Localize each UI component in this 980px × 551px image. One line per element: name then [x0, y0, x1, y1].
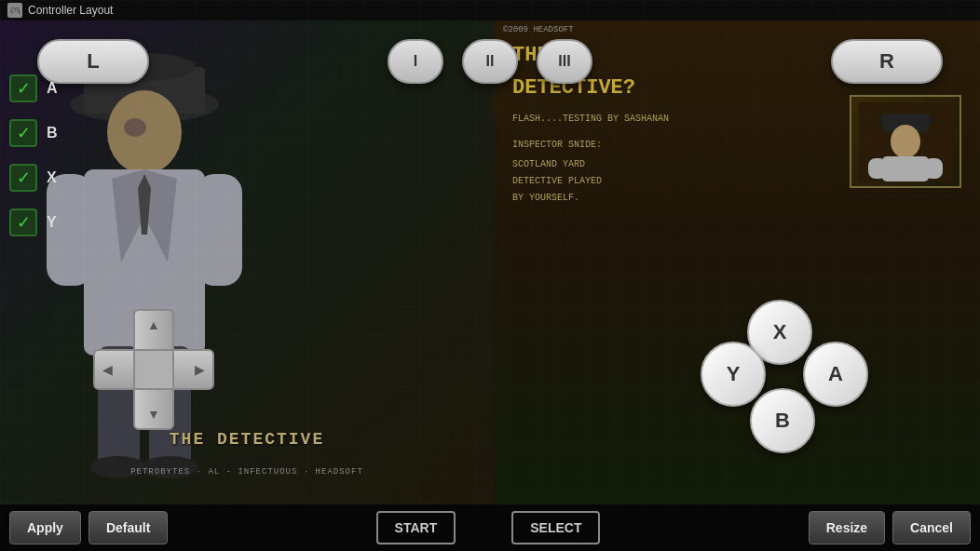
start-button[interactable]: START: [376, 511, 456, 544]
svg-rect-20: [868, 158, 887, 179]
checkbox-X-label: X: [47, 169, 57, 186]
X-button-label: X: [773, 320, 787, 344]
svg-rect-19: [882, 156, 929, 181]
apply-button[interactable]: Apply: [9, 511, 81, 544]
game-credits: PETROBYTES · AL - INFECTUOUS · HEADSOFT: [0, 467, 494, 477]
A-button-label: A: [828, 362, 843, 386]
checkbox-X[interactable]: ✓: [9, 164, 37, 192]
title-bar: 🎮 Controller Layout: [0, 0, 980, 20]
checkbox-A-label: A: [47, 80, 58, 97]
Y-button-label: Y: [727, 362, 741, 386]
checkbox-row-A: ✓ A: [9, 74, 58, 102]
R-button-label: R: [879, 49, 894, 74]
bottom-center-buttons: START SELECT: [376, 511, 601, 544]
checkbox-A[interactable]: ✓: [9, 74, 37, 102]
svg-point-4: [124, 118, 146, 137]
button-I-label: I: [414, 53, 417, 70]
game-inset-image: [850, 95, 961, 188]
checkbox-B[interactable]: ✓: [9, 119, 37, 147]
button-II-label: II: [486, 53, 495, 70]
resize-button[interactable]: Resize: [809, 511, 885, 544]
game-title-left: THE DETECTIVE: [19, 430, 475, 449]
bottom-right-buttons: Resize Cancel: [809, 511, 971, 544]
svg-point-18: [891, 125, 920, 158]
checkbox-panel: ✓ A ✓ B ✓ X ✓ Y: [9, 74, 58, 236]
button-II[interactable]: II: [462, 39, 518, 84]
svg-rect-21: [924, 158, 943, 179]
top-center-buttons: I II III: [388, 39, 592, 84]
svg-rect-10: [196, 174, 242, 286]
button-I[interactable]: I: [388, 39, 443, 84]
game-area: THE DETECTIVE PETROBYTES · AL - INFECTUO…: [0, 20, 980, 504]
checkbox-row-Y: ✓ Y: [9, 208, 58, 236]
L-button-label: L: [87, 49, 99, 74]
default-button[interactable]: Default: [88, 511, 168, 544]
game-screenshot-left: THE DETECTIVE PETROBYTES · AL - INFECTUO…: [0, 20, 494, 504]
svg-rect-11: [98, 346, 140, 467]
game-copyright: ©2009 HEADSOFT: [503, 25, 574, 34]
game-screenshot-right: ©2009 HEADSOFT THEDETECTIVE? FLASH....TE…: [494, 20, 980, 504]
checkbox-Y[interactable]: ✓: [9, 208, 37, 236]
B-button-label: B: [775, 409, 790, 433]
checkbox-row-B: ✓ B: [9, 119, 58, 147]
button-III[interactable]: III: [537, 39, 592, 84]
inset-detective-svg: [859, 102, 952, 181]
select-button[interactable]: SELECT: [511, 511, 600, 544]
cancel-button[interactable]: Cancel: [892, 511, 971, 544]
game-right-panel: ©2009 HEADSOFT THEDETECTIVE? FLASH....TE…: [494, 20, 980, 504]
checkbox-Y-label: Y: [47, 214, 57, 231]
svg-rect-12: [149, 346, 191, 467]
game-left-panel: THE DETECTIVE PETROBYTES · AL - INFECTUO…: [0, 20, 494, 504]
button-III-label: III: [558, 53, 570, 70]
R-button[interactable]: R: [831, 39, 943, 84]
A-button[interactable]: A: [803, 342, 868, 407]
Y-button[interactable]: Y: [701, 342, 766, 407]
checkbox-B-label: B: [47, 125, 58, 141]
bottom-bar: Apply Default START SELECT Resize Cancel: [0, 504, 980, 551]
B-button[interactable]: B: [750, 388, 815, 453]
title-bar-icon: 🎮: [7, 3, 22, 18]
checkbox-row-X: ✓ X: [9, 164, 58, 192]
title-bar-text: Controller Layout: [28, 4, 113, 17]
